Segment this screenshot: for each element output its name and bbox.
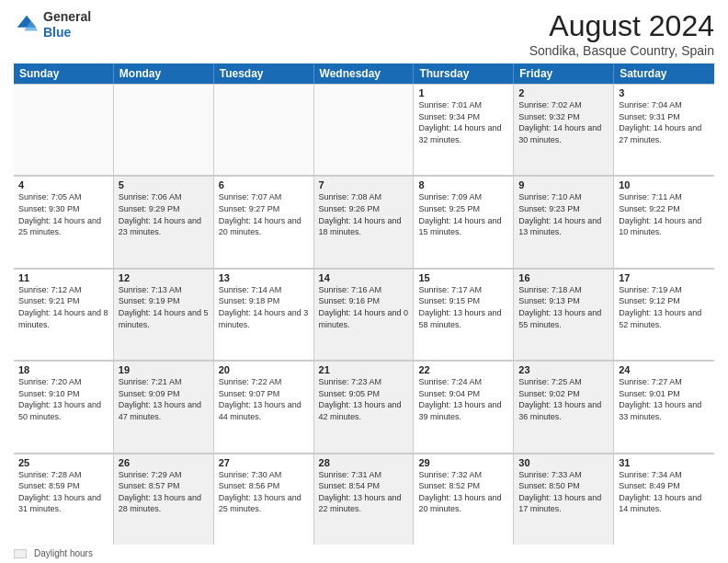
day-number-4-5: 30	[518, 457, 609, 468]
day-info-1-4: Sunrise: 7:09 AM Sunset: 9:25 PM Dayligh…	[418, 191, 508, 237]
day-number-1-6: 10	[619, 179, 710, 190]
calendar-body: 1Sunrise: 7:01 AM Sunset: 9:34 PM Daylig…	[14, 84, 714, 545]
day-info-3-1: Sunrise: 7:21 AM Sunset: 9:09 PM Dayligh…	[119, 376, 209, 422]
cal-cell-0-2	[214, 84, 314, 175]
day-number-2-6: 17	[619, 272, 710, 283]
cal-cell-1-6: 10Sunrise: 7:11 AM Sunset: 9:22 PM Dayli…	[614, 176, 714, 267]
week-row-0: 1Sunrise: 7:01 AM Sunset: 9:34 PM Daylig…	[14, 84, 714, 176]
day-info-2-0: Sunrise: 7:12 AM Sunset: 9:21 PM Dayligh…	[18, 284, 108, 330]
header-saturday: Saturday	[614, 63, 714, 84]
day-number-3-6: 24	[619, 364, 710, 375]
cal-cell-3-5: 23Sunrise: 7:25 AM Sunset: 9:02 PM Dayli…	[514, 361, 614, 452]
cal-cell-3-6: 24Sunrise: 7:27 AM Sunset: 9:01 PM Dayli…	[614, 361, 714, 452]
day-number-3-3: 21	[319, 364, 409, 375]
week-row-2: 11Sunrise: 7:12 AM Sunset: 9:21 PM Dayli…	[14, 269, 714, 361]
day-info-1-6: Sunrise: 7:11 AM Sunset: 9:22 PM Dayligh…	[619, 191, 710, 237]
day-number-0-4: 1	[418, 87, 508, 98]
day-info-2-6: Sunrise: 7:19 AM Sunset: 9:12 PM Dayligh…	[619, 284, 710, 330]
header: General Blue August 2024 Sondika, Basque…	[14, 9, 714, 58]
day-info-2-1: Sunrise: 7:13 AM Sunset: 9:19 PM Dayligh…	[119, 284, 209, 330]
day-number-3-0: 18	[18, 364, 108, 375]
day-number-4-3: 28	[319, 457, 409, 468]
cal-cell-4-5: 30Sunrise: 7:33 AM Sunset: 8:50 PM Dayli…	[514, 454, 614, 545]
day-info-1-5: Sunrise: 7:10 AM Sunset: 9:23 PM Dayligh…	[518, 191, 609, 237]
calendar: Sunday Monday Tuesday Wednesday Thursday…	[14, 63, 714, 545]
logo-general-text: General	[43, 9, 91, 25]
cal-cell-3-4: 22Sunrise: 7:24 AM Sunset: 9:04 PM Dayli…	[414, 361, 514, 452]
day-info-3-4: Sunrise: 7:24 AM Sunset: 9:04 PM Dayligh…	[418, 376, 508, 422]
week-row-4: 25Sunrise: 7:28 AM Sunset: 8:59 PM Dayli…	[14, 454, 714, 545]
cal-cell-0-6: 3Sunrise: 7:04 AM Sunset: 9:31 PM Daylig…	[614, 84, 714, 175]
cal-cell-4-0: 25Sunrise: 7:28 AM Sunset: 8:59 PM Dayli…	[14, 454, 114, 545]
day-number-4-0: 25	[18, 457, 108, 468]
legend-box	[14, 549, 27, 558]
cal-cell-3-1: 19Sunrise: 7:21 AM Sunset: 9:09 PM Dayli…	[114, 361, 214, 452]
day-number-1-1: 5	[119, 179, 209, 190]
day-info-4-1: Sunrise: 7:29 AM Sunset: 8:57 PM Dayligh…	[119, 469, 209, 515]
day-info-4-5: Sunrise: 7:33 AM Sunset: 8:50 PM Dayligh…	[518, 469, 609, 515]
day-number-2-5: 16	[518, 272, 609, 283]
cal-cell-1-4: 8Sunrise: 7:09 AM Sunset: 9:25 PM Daylig…	[414, 176, 514, 267]
day-info-4-3: Sunrise: 7:31 AM Sunset: 8:54 PM Dayligh…	[319, 469, 409, 515]
day-info-4-4: Sunrise: 7:32 AM Sunset: 8:52 PM Dayligh…	[418, 469, 508, 515]
cal-cell-0-4: 1Sunrise: 7:01 AM Sunset: 9:34 PM Daylig…	[414, 84, 514, 175]
day-info-0-6: Sunrise: 7:04 AM Sunset: 9:31 PM Dayligh…	[619, 99, 710, 145]
cal-cell-4-3: 28Sunrise: 7:31 AM Sunset: 8:54 PM Dayli…	[314, 454, 415, 545]
day-number-1-5: 9	[518, 179, 609, 190]
cal-cell-0-5: 2Sunrise: 7:02 AM Sunset: 9:32 PM Daylig…	[514, 84, 614, 175]
footer-legend: Daylight hours	[14, 548, 714, 558]
cal-cell-4-4: 29Sunrise: 7:32 AM Sunset: 8:52 PM Dayli…	[414, 454, 514, 545]
day-number-3-1: 19	[119, 364, 209, 375]
week-row-1: 4Sunrise: 7:05 AM Sunset: 9:30 PM Daylig…	[14, 176, 714, 268]
day-number-2-4: 15	[418, 272, 508, 283]
header-tuesday: Tuesday	[214, 63, 314, 84]
logo-icon	[14, 12, 40, 38]
day-info-3-3: Sunrise: 7:23 AM Sunset: 9:05 PM Dayligh…	[319, 376, 409, 422]
day-info-2-3: Sunrise: 7:16 AM Sunset: 9:16 PM Dayligh…	[319, 284, 409, 330]
cal-cell-2-3: 14Sunrise: 7:16 AM Sunset: 9:16 PM Dayli…	[314, 269, 415, 360]
logo: General Blue	[14, 9, 91, 40]
header-friday: Friday	[514, 63, 614, 84]
logo-blue-text: Blue	[43, 25, 91, 40]
day-number-3-4: 22	[418, 364, 508, 375]
cal-cell-0-0	[14, 84, 114, 175]
day-info-2-2: Sunrise: 7:14 AM Sunset: 9:18 PM Dayligh…	[219, 284, 309, 330]
day-number-1-4: 8	[418, 179, 508, 190]
cal-cell-3-3: 21Sunrise: 7:23 AM Sunset: 9:05 PM Dayli…	[314, 361, 415, 452]
day-info-3-5: Sunrise: 7:25 AM Sunset: 9:02 PM Dayligh…	[518, 376, 609, 422]
cal-cell-0-3	[314, 84, 415, 175]
day-number-1-3: 7	[319, 179, 409, 190]
day-number-0-5: 2	[518, 87, 609, 98]
day-number-2-1: 12	[119, 272, 209, 283]
day-info-3-0: Sunrise: 7:20 AM Sunset: 9:10 PM Dayligh…	[18, 376, 108, 422]
day-number-1-0: 4	[18, 179, 108, 190]
cal-cell-4-6: 31Sunrise: 7:34 AM Sunset: 8:49 PM Dayli…	[614, 454, 714, 545]
cal-cell-1-5: 9Sunrise: 7:10 AM Sunset: 9:23 PM Daylig…	[514, 176, 614, 267]
day-number-2-0: 11	[18, 272, 108, 283]
cal-cell-1-1: 5Sunrise: 7:06 AM Sunset: 9:29 PM Daylig…	[114, 176, 214, 267]
location-title: Sondika, Basque Country, Spain	[529, 43, 714, 58]
day-number-1-2: 6	[219, 179, 309, 190]
day-info-1-2: Sunrise: 7:07 AM Sunset: 9:27 PM Dayligh…	[219, 191, 309, 237]
header-sunday: Sunday	[14, 63, 114, 84]
day-number-2-3: 14	[319, 272, 409, 283]
day-number-3-5: 23	[518, 364, 609, 375]
cal-cell-2-4: 15Sunrise: 7:17 AM Sunset: 9:15 PM Dayli…	[414, 269, 514, 360]
cal-cell-3-2: 20Sunrise: 7:22 AM Sunset: 9:07 PM Dayli…	[214, 361, 314, 452]
day-number-4-2: 27	[219, 457, 309, 468]
day-info-3-6: Sunrise: 7:27 AM Sunset: 9:01 PM Dayligh…	[619, 376, 710, 422]
month-title: August 2024	[529, 9, 714, 43]
cal-cell-2-6: 17Sunrise: 7:19 AM Sunset: 9:12 PM Dayli…	[614, 269, 714, 360]
day-info-1-1: Sunrise: 7:06 AM Sunset: 9:29 PM Dayligh…	[119, 191, 209, 237]
day-info-2-4: Sunrise: 7:17 AM Sunset: 9:15 PM Dayligh…	[418, 284, 508, 330]
cal-cell-1-2: 6Sunrise: 7:07 AM Sunset: 9:27 PM Daylig…	[214, 176, 314, 267]
cal-cell-0-1	[114, 84, 214, 175]
cal-cell-4-2: 27Sunrise: 7:30 AM Sunset: 8:56 PM Dayli…	[214, 454, 314, 545]
cal-cell-4-1: 26Sunrise: 7:29 AM Sunset: 8:57 PM Dayli…	[114, 454, 214, 545]
cal-cell-2-1: 12Sunrise: 7:13 AM Sunset: 9:19 PM Dayli…	[114, 269, 214, 360]
cal-cell-2-2: 13Sunrise: 7:14 AM Sunset: 9:18 PM Dayli…	[214, 269, 314, 360]
header-wednesday: Wednesday	[314, 63, 415, 84]
day-number-4-6: 31	[619, 457, 710, 468]
day-number-2-2: 13	[219, 272, 309, 283]
day-info-4-2: Sunrise: 7:30 AM Sunset: 8:56 PM Dayligh…	[219, 469, 309, 515]
